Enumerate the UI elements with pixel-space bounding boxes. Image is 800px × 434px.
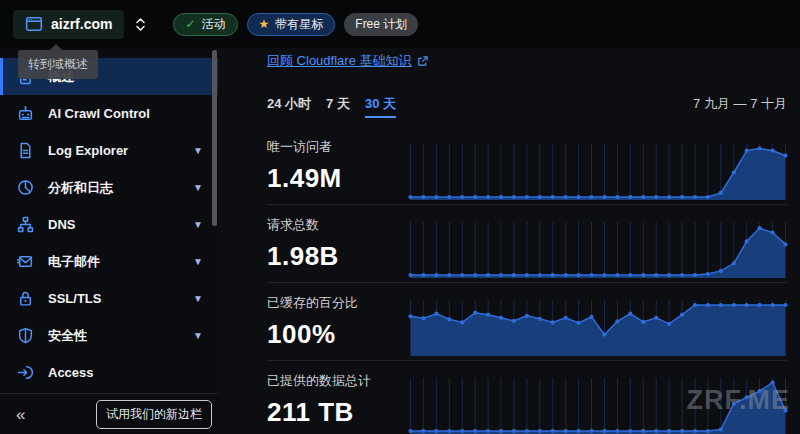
sidebar-item-安全性[interactable]: 安全性▼: [0, 317, 218, 354]
browser-window-icon: [25, 15, 43, 33]
sidebar-item-分析和日志[interactable]: 分析和日志▼: [0, 169, 218, 206]
watermark: ZRF.ME: [687, 385, 791, 416]
metric-label: 唯一访问者: [267, 138, 408, 156]
metric-value: 1.49M: [267, 163, 408, 194]
sidebar-item-ai-crawl-control[interactable]: AI Crawl Control: [0, 95, 218, 132]
badge-label: 带有星标: [275, 16, 323, 33]
metric-area-chart[interactable]: [408, 300, 788, 358]
tab-7-天[interactable]: 7 天: [326, 95, 350, 116]
badge-group: ✓活动★带有星标Free 计划: [173, 13, 418, 36]
lock-icon: [17, 290, 34, 307]
sidebar-item-电子邮件[interactable]: 电子邮件▼: [0, 243, 218, 280]
active-badge: ✓活动: [173, 13, 237, 36]
badge-label: 活动: [202, 16, 226, 33]
sidebar: 概述AI Crawl ControlLog Explorer▼分析和日志▼DNS…: [0, 48, 218, 434]
time-range-tabs: 24 小时7 天30 天 7 九月 — 7 十月: [267, 95, 787, 118]
sidebar-nav: 概述AI Crawl ControlLog Explorer▼分析和日志▼DNS…: [0, 58, 218, 391]
main-content: 回顾 Cloudflare 基础知识 24 小时7 天30 天 7 九月 — 7…: [218, 48, 800, 434]
external-link-icon: [417, 56, 428, 67]
analytics-icon: [17, 179, 34, 196]
sidebar-item-access[interactable]: Access: [0, 354, 218, 391]
star-icon: ★: [259, 18, 270, 30]
collapse-sidebar-icon[interactable]: «: [16, 406, 25, 423]
sidebar-item-log-explorer[interactable]: Log Explorer▼: [0, 132, 218, 169]
date-range-label: 7 九月 — 7 十月: [693, 95, 787, 113]
access-icon: [17, 364, 34, 381]
go-to-domain-overview-tooltip: 转到域概述: [18, 50, 98, 79]
sidebar-footer: « 试用我们的新边栏: [0, 393, 218, 434]
dns-icon: [17, 216, 34, 233]
sidebar-item-label: SSL/TLS: [48, 291, 101, 306]
site-switcher-chevrons-icon[interactable]: [134, 16, 147, 33]
plan-badge[interactable]: Free 计划: [344, 13, 418, 36]
sidebar-item-label: AI Crawl Control: [48, 106, 150, 121]
metric-row: 已缓存的百分比100%: [267, 282, 787, 360]
tab-30-天[interactable]: 30 天: [365, 95, 396, 118]
metric-row: 唯一访问者1.49M: [267, 127, 787, 204]
metric-value: 100%: [267, 319, 408, 350]
sidebar-item-dns[interactable]: DNS▼: [0, 206, 218, 243]
site-name: aizrf.com: [51, 16, 112, 32]
metric-summary: 已缓存的百分比100%: [267, 294, 408, 360]
chevron-down-icon[interactable]: ▼: [193, 219, 203, 230]
chevron-down-icon[interactable]: ▼: [193, 145, 203, 156]
badge-label: Free 计划: [355, 16, 407, 33]
tab-24-小时[interactable]: 24 小时: [267, 95, 311, 116]
metric-summary: 已提供的数据总计211 TB: [267, 372, 408, 434]
sidebar-item-label: 电子邮件: [48, 253, 100, 271]
sidebar-item-label: Log Explorer: [48, 143, 128, 158]
shield-icon: [17, 327, 34, 344]
sidebar-scrollbar[interactable]: [212, 50, 217, 226]
metric-label: 已提供的数据总计: [267, 372, 408, 390]
metric-value: 1.98B: [267, 241, 408, 272]
check-icon: ✓: [185, 18, 195, 30]
review-fundamentals-link[interactable]: 回顾 Cloudflare 基础知识: [267, 52, 411, 70]
sidebar-item-label: Access: [48, 365, 94, 380]
sidebar-item-label: DNS: [48, 217, 75, 232]
metric-row: 请求总数1.98B: [267, 204, 787, 282]
sidebar-item-label: 分析和日志: [48, 179, 113, 197]
chevron-down-icon[interactable]: ▼: [193, 330, 203, 341]
metric-value: 211 TB: [267, 397, 408, 428]
log-icon: [17, 142, 34, 159]
chevron-down-icon[interactable]: ▼: [193, 293, 203, 304]
metric-area-chart[interactable]: [408, 222, 788, 280]
try-new-sidebar-button[interactable]: 试用我们的新边栏: [96, 400, 212, 429]
topbar: aizrf.com ✓活动★带有星标Free 计划: [0, 0, 800, 48]
robot-icon: [17, 105, 34, 122]
metric-label: 已缓存的百分比: [267, 294, 408, 312]
metric-summary: 请求总数1.98B: [267, 216, 408, 282]
sidebar-item-ssl-tls[interactable]: SSL/TLS▼: [0, 280, 218, 317]
email-icon: [17, 253, 34, 270]
metric-area-chart[interactable]: [408, 144, 788, 202]
sidebar-item-label: 安全性: [48, 327, 87, 345]
chevron-down-icon[interactable]: ▼: [193, 182, 203, 193]
starred-badge[interactable]: ★带有星标: [247, 13, 336, 36]
chevron-down-icon[interactable]: ▼: [193, 256, 203, 267]
metric-label: 请求总数: [267, 216, 408, 234]
metric-summary: 唯一访问者1.49M: [267, 138, 408, 204]
site-selector[interactable]: aizrf.com: [13, 10, 124, 39]
